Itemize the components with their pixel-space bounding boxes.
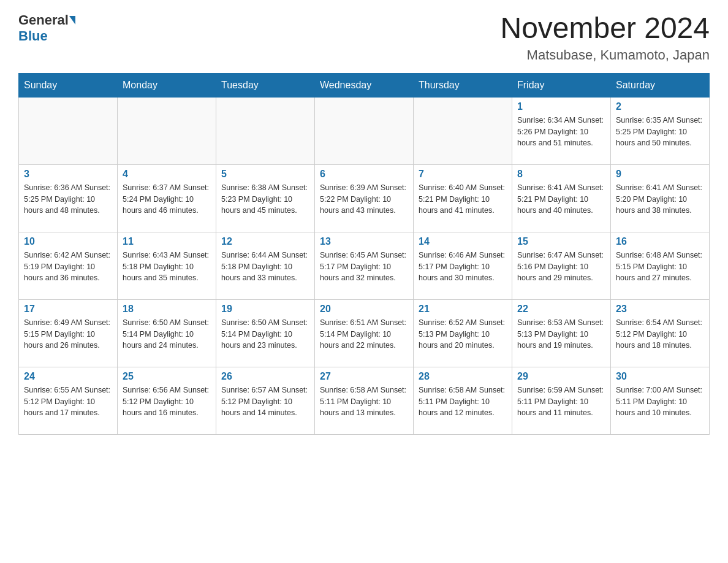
day-cell: 28Sunrise: 6:58 AM Sunset: 5:11 PM Dayli… <box>414 367 512 434</box>
col-header-sunday: Sunday <box>19 73 118 97</box>
day-info: Sunrise: 6:46 AM Sunset: 5:17 PM Dayligh… <box>419 250 507 284</box>
day-info: Sunrise: 6:36 AM Sunset: 5:25 PM Dayligh… <box>24 182 112 216</box>
calendar-table: SundayMondayTuesdayWednesdayThursdayFrid… <box>18 73 710 435</box>
day-number: 30 <box>616 371 704 382</box>
day-info: Sunrise: 6:43 AM Sunset: 5:18 PM Dayligh… <box>123 250 211 284</box>
day-number: 22 <box>517 304 605 315</box>
day-cell: 20Sunrise: 6:51 AM Sunset: 5:14 PM Dayli… <box>315 299 414 367</box>
day-cell: 10Sunrise: 6:42 AM Sunset: 5:19 PM Dayli… <box>19 232 118 299</box>
day-cell: 12Sunrise: 6:44 AM Sunset: 5:18 PM Dayli… <box>216 232 315 299</box>
week-row-3: 10Sunrise: 6:42 AM Sunset: 5:19 PM Dayli… <box>19 232 710 299</box>
day-cell: 21Sunrise: 6:52 AM Sunset: 5:13 PM Dayli… <box>414 299 512 367</box>
day-info: Sunrise: 6:40 AM Sunset: 5:21 PM Dayligh… <box>419 182 507 216</box>
day-info: Sunrise: 6:57 AM Sunset: 5:12 PM Dayligh… <box>221 385 309 419</box>
day-info: Sunrise: 6:48 AM Sunset: 5:15 PM Dayligh… <box>616 250 704 284</box>
day-cell: 4Sunrise: 6:37 AM Sunset: 5:24 PM Daylig… <box>118 164 216 232</box>
day-number: 6 <box>320 169 408 180</box>
day-info: Sunrise: 6:50 AM Sunset: 5:14 PM Dayligh… <box>221 317 309 351</box>
title-section: November 2024 Matsubase, Kumamoto, Japan <box>500 12 710 63</box>
day-info: Sunrise: 7:00 AM Sunset: 5:11 PM Dayligh… <box>616 385 704 419</box>
day-info: Sunrise: 6:56 AM Sunset: 5:12 PM Dayligh… <box>123 385 211 419</box>
day-info: Sunrise: 6:58 AM Sunset: 5:11 PM Dayligh… <box>320 385 408 419</box>
day-number: 1 <box>517 101 605 112</box>
day-cell: 11Sunrise: 6:43 AM Sunset: 5:18 PM Dayli… <box>118 232 216 299</box>
day-number: 24 <box>24 371 112 382</box>
logo-general-text: General <box>18 12 69 28</box>
day-cell: 25Sunrise: 6:56 AM Sunset: 5:12 PM Dayli… <box>118 367 216 434</box>
day-info: Sunrise: 6:42 AM Sunset: 5:19 PM Dayligh… <box>24 250 112 284</box>
day-info: Sunrise: 6:41 AM Sunset: 5:20 PM Dayligh… <box>616 182 704 216</box>
col-header-monday: Monday <box>118 73 216 97</box>
day-number: 26 <box>221 371 309 382</box>
day-info: Sunrise: 6:58 AM Sunset: 5:11 PM Dayligh… <box>419 385 507 419</box>
logo-blue-text: Blue <box>18 28 48 44</box>
day-number: 29 <box>517 371 605 382</box>
day-info: Sunrise: 6:54 AM Sunset: 5:12 PM Dayligh… <box>616 317 704 351</box>
day-number: 3 <box>24 169 112 180</box>
day-cell: 9Sunrise: 6:41 AM Sunset: 5:20 PM Daylig… <box>611 164 710 232</box>
day-number: 21 <box>419 304 507 315</box>
day-info: Sunrise: 6:44 AM Sunset: 5:18 PM Dayligh… <box>221 250 309 284</box>
day-number: 16 <box>616 236 704 247</box>
col-header-wednesday: Wednesday <box>315 73 414 97</box>
day-cell: 15Sunrise: 6:47 AM Sunset: 5:16 PM Dayli… <box>512 232 611 299</box>
day-info: Sunrise: 6:51 AM Sunset: 5:14 PM Dayligh… <box>320 317 408 351</box>
day-cell <box>216 97 315 164</box>
week-row-5: 24Sunrise: 6:55 AM Sunset: 5:12 PM Dayli… <box>19 367 710 434</box>
logo: General Blue <box>18 12 76 44</box>
day-number: 5 <box>221 169 309 180</box>
day-cell: 19Sunrise: 6:50 AM Sunset: 5:14 PM Dayli… <box>216 299 315 367</box>
day-number: 4 <box>123 169 211 180</box>
month-title: November 2024 <box>500 12 710 45</box>
day-info: Sunrise: 6:39 AM Sunset: 5:22 PM Dayligh… <box>320 182 408 216</box>
day-number: 19 <box>221 304 309 315</box>
day-number: 2 <box>616 101 704 112</box>
day-cell: 13Sunrise: 6:45 AM Sunset: 5:17 PM Dayli… <box>315 232 414 299</box>
day-number: 15 <box>517 236 605 247</box>
day-number: 9 <box>616 169 704 180</box>
day-cell: 17Sunrise: 6:49 AM Sunset: 5:15 PM Dayli… <box>19 299 118 367</box>
day-number: 28 <box>419 371 507 382</box>
day-number: 10 <box>24 236 112 247</box>
col-header-tuesday: Tuesday <box>216 73 315 97</box>
page-header: General Blue November 2024 Matsubase, Ku… <box>18 12 710 63</box>
day-cell <box>315 97 414 164</box>
day-info: Sunrise: 6:38 AM Sunset: 5:23 PM Dayligh… <box>221 182 309 216</box>
day-number: 25 <box>123 371 211 382</box>
day-cell: 14Sunrise: 6:46 AM Sunset: 5:17 PM Dayli… <box>414 232 512 299</box>
week-row-4: 17Sunrise: 6:49 AM Sunset: 5:15 PM Dayli… <box>19 299 710 367</box>
day-number: 7 <box>419 169 507 180</box>
col-header-friday: Friday <box>512 73 611 97</box>
day-info: Sunrise: 6:34 AM Sunset: 5:26 PM Dayligh… <box>517 115 605 149</box>
day-info: Sunrise: 6:52 AM Sunset: 5:13 PM Dayligh… <box>419 317 507 351</box>
day-cell: 22Sunrise: 6:53 AM Sunset: 5:13 PM Dayli… <box>512 299 611 367</box>
day-info: Sunrise: 6:53 AM Sunset: 5:13 PM Dayligh… <box>517 317 605 351</box>
logo-arrow-icon <box>69 16 75 25</box>
day-cell: 8Sunrise: 6:41 AM Sunset: 5:21 PM Daylig… <box>512 164 611 232</box>
day-info: Sunrise: 6:37 AM Sunset: 5:24 PM Dayligh… <box>123 182 211 216</box>
day-number: 17 <box>24 304 112 315</box>
day-number: 8 <box>517 169 605 180</box>
day-info: Sunrise: 6:41 AM Sunset: 5:21 PM Dayligh… <box>517 182 605 216</box>
day-cell <box>414 97 512 164</box>
location-text: Matsubase, Kumamoto, Japan <box>500 47 710 63</box>
calendar-header-row: SundayMondayTuesdayWednesdayThursdayFrid… <box>19 73 710 97</box>
day-cell: 29Sunrise: 6:59 AM Sunset: 5:11 PM Dayli… <box>512 367 611 434</box>
day-number: 12 <box>221 236 309 247</box>
day-info: Sunrise: 6:59 AM Sunset: 5:11 PM Dayligh… <box>517 385 605 419</box>
day-cell: 23Sunrise: 6:54 AM Sunset: 5:12 PM Dayli… <box>611 299 710 367</box>
day-cell: 7Sunrise: 6:40 AM Sunset: 5:21 PM Daylig… <box>414 164 512 232</box>
day-info: Sunrise: 6:55 AM Sunset: 5:12 PM Dayligh… <box>24 385 112 419</box>
week-row-1: 1Sunrise: 6:34 AM Sunset: 5:26 PM Daylig… <box>19 97 710 164</box>
day-number: 14 <box>419 236 507 247</box>
day-info: Sunrise: 6:45 AM Sunset: 5:17 PM Dayligh… <box>320 250 408 284</box>
day-cell: 5Sunrise: 6:38 AM Sunset: 5:23 PM Daylig… <box>216 164 315 232</box>
day-cell: 30Sunrise: 7:00 AM Sunset: 5:11 PM Dayli… <box>611 367 710 434</box>
day-cell: 3Sunrise: 6:36 AM Sunset: 5:25 PM Daylig… <box>19 164 118 232</box>
day-cell: 1Sunrise: 6:34 AM Sunset: 5:26 PM Daylig… <box>512 97 611 164</box>
day-number: 18 <box>123 304 211 315</box>
day-cell: 16Sunrise: 6:48 AM Sunset: 5:15 PM Dayli… <box>611 232 710 299</box>
week-row-2: 3Sunrise: 6:36 AM Sunset: 5:25 PM Daylig… <box>19 164 710 232</box>
day-cell: 24Sunrise: 6:55 AM Sunset: 5:12 PM Dayli… <box>19 367 118 434</box>
day-cell <box>19 97 118 164</box>
